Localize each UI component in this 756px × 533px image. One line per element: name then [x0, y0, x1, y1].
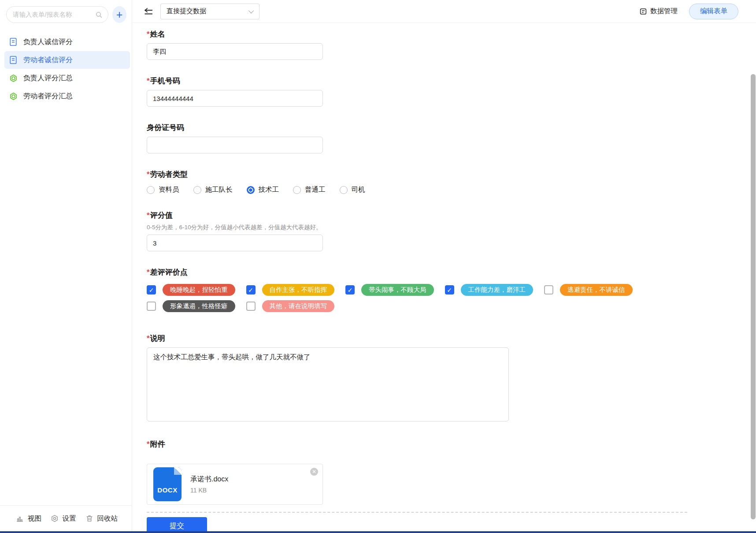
sidebar-item-label: 劳动者诚信评分 — [23, 56, 73, 65]
trash-icon — [85, 514, 93, 522]
required-mark: * — [147, 334, 150, 343]
settings-button[interactable]: 设置 — [51, 514, 76, 523]
sidebar-item-worker-score-form[interactable]: 劳动者诚信评分 — [4, 51, 130, 69]
app-window: + 负责人诚信评分 劳动者诚信评分 — [0, 0, 756, 533]
radio-option-documenter[interactable]: 资料员 — [147, 185, 179, 194]
bar-chart-icon — [16, 514, 24, 522]
field-label: *差评评价点 — [147, 267, 756, 278]
score-input[interactable] — [147, 235, 323, 251]
bad-point-tag: 形象邋遢，性格怪癖 — [163, 300, 235, 312]
radio-icon — [193, 186, 201, 194]
bad-point-tag: 自作主张，不听指挥 — [262, 284, 335, 296]
radio-checked-icon — [247, 186, 255, 194]
field-label: *劳动者类型 — [147, 169, 756, 180]
phone-input[interactable] — [147, 90, 323, 107]
field-label: *手机号码 — [147, 76, 756, 86]
vertical-scrollbar[interactable] — [751, 74, 756, 519]
bad-point-tag: 逃避责任，不讲诚信 — [560, 284, 633, 296]
checkbox-checked-icon: ✓ — [147, 285, 156, 294]
bad-point-option-3[interactable]: ✓ 带头闹事，不顾大局 — [345, 284, 434, 296]
bad-point-option-1[interactable]: ✓ 晚睡晚起，捏轻怕重 — [147, 284, 235, 296]
field-label: *评分值 — [147, 210, 756, 221]
chevron-down-icon — [248, 8, 254, 14]
report-target-icon — [9, 92, 18, 101]
collapse-sidebar-icon[interactable] — [141, 4, 156, 19]
field-label: *姓名 — [147, 29, 756, 40]
bad-point-option-5[interactable]: 逃避责任，不讲诚信 — [544, 284, 633, 296]
data-list-icon — [639, 7, 647, 15]
sidebar-item-worker-score-report[interactable]: 劳动者评分汇总 — [4, 87, 130, 105]
required-mark: * — [147, 440, 150, 448]
sidebar-footer: 视图 设置 回收站 — [0, 505, 132, 533]
bad-points-row-1: ✓ 晚睡晚起，捏轻怕重 ✓ 自作主张，不听指挥 ✓ 带头闹事，不顾大局 ✓ 工作… — [147, 284, 756, 296]
sidebar-item-leader-score-form[interactable]: 负责人诚信评分 — [4, 33, 130, 51]
views-button[interactable]: 视图 — [16, 514, 41, 523]
radio-option-technician[interactable]: 技术工 — [247, 185, 279, 194]
worker-type-radio-group: 资料员 施工队长 技术工 普通工 — [147, 185, 756, 194]
footer-item-label: 设置 — [63, 514, 76, 523]
bad-point-tag: 晚睡晚起，捏轻怕重 — [163, 284, 235, 296]
bad-point-option-6[interactable]: 形象邋遢，性格怪癖 — [147, 300, 235, 312]
footer-item-label: 视图 — [28, 514, 41, 523]
required-mark: * — [147, 211, 150, 220]
checkbox-checked-icon: ✓ — [345, 285, 355, 294]
file-info: 承诺书.docx 11 KB — [190, 475, 228, 494]
bad-points-row-2: 形象邋遢，性格怪癖 其他，请在说明填写 — [147, 300, 756, 312]
bad-point-option-4[interactable]: ✓ 工作能力差，磨洋工 — [445, 284, 534, 296]
description-textarea[interactable]: 这个技术工总爱生事，带头起哄，做了几天就不做了 — [147, 347, 509, 421]
checkbox-checked-icon: ✓ — [246, 285, 256, 294]
submit-mode-value: 直接提交数据 — [167, 7, 206, 15]
form-search-box[interactable] — [6, 6, 108, 23]
data-manage-button[interactable]: 数据管理 — [639, 7, 678, 16]
radio-icon — [147, 186, 155, 194]
radio-option-crew-leader[interactable]: 施工队长 — [193, 185, 233, 194]
name-input[interactable] — [147, 43, 323, 60]
docx-file-icon: DOCX — [153, 467, 182, 501]
main-panel: 直接提交数据 数据管理 编辑表单 *姓名 — [132, 0, 756, 533]
radio-option-general-worker[interactable]: 普通工 — [293, 185, 326, 194]
form-doc-icon — [9, 37, 18, 46]
data-manage-label: 数据管理 — [650, 7, 678, 16]
upload-area-divider — [147, 512, 687, 513]
field-label: 身份证号码 — [147, 123, 756, 133]
recycle-bin-button[interactable]: 回收站 — [85, 514, 118, 523]
remove-file-icon[interactable]: ✕ — [310, 468, 318, 476]
sidebar-search-row: + — [0, 0, 132, 27]
score-hint-text: 0-5分为差，6-10分为好，分值越小代表越差，分值越大代表越好。 — [147, 224, 756, 231]
field-phone: *手机号码 — [147, 76, 756, 107]
field-label: *附件 — [147, 439, 756, 450]
sidebar: + 负责人诚信评分 劳动者诚信评分 — [0, 0, 132, 533]
field-description: *说明 这个技术工总爱生事，带头起哄，做了几天就不做了 — [147, 333, 756, 423]
attachment-file-card[interactable]: DOCX 承诺书.docx 11 KB ✕ — [147, 464, 323, 505]
required-mark: * — [147, 170, 150, 179]
checkbox-checked-icon: ✓ — [445, 285, 454, 294]
radio-icon — [340, 186, 348, 194]
edit-form-button[interactable]: 编辑表单 — [689, 4, 738, 19]
checkbox-icon — [246, 302, 256, 311]
radio-option-driver[interactable]: 司机 — [340, 185, 365, 194]
form-list: 负责人诚信评分 劳动者诚信评分 负责人评分汇总 — [0, 27, 132, 105]
bad-point-tag: 其他，请在说明填写 — [262, 300, 335, 312]
submit-button[interactable]: 提交 — [147, 517, 207, 533]
bad-point-option-7[interactable]: 其他，请在说明填写 — [246, 300, 335, 312]
sidebar-item-label: 负责人评分汇总 — [23, 74, 73, 83]
search-icon — [95, 11, 103, 19]
add-form-button[interactable]: + — [112, 6, 126, 23]
required-mark: * — [147, 30, 150, 38]
submit-mode-select[interactable]: 直接提交数据 — [160, 4, 259, 19]
field-name: *姓名 — [147, 29, 756, 60]
id-card-input[interactable] — [147, 137, 323, 153]
footer-item-label: 回收站 — [97, 514, 118, 523]
search-input[interactable] — [13, 11, 95, 18]
sidebar-item-label: 负责人诚信评分 — [23, 37, 73, 47]
main-topbar: 直接提交数据 数据管理 编辑表单 — [132, 0, 756, 23]
bad-point-option-2[interactable]: ✓ 自作主张，不听指挥 — [246, 284, 335, 296]
field-label: *说明 — [147, 333, 756, 344]
sidebar-item-leader-score-report[interactable]: 负责人评分汇总 — [4, 69, 130, 87]
form-area: *姓名 *手机号码 身份证号码 *劳动者类型 — [132, 23, 756, 533]
docx-badge-label: DOCX — [157, 486, 177, 494]
field-attachment: *附件 DOCX 承诺书.docx 11 KB ✕ — [147, 439, 756, 505]
gear-icon — [51, 514, 59, 522]
bad-point-tag: 带头闹事，不顾大局 — [361, 284, 434, 296]
required-mark: * — [147, 77, 150, 85]
